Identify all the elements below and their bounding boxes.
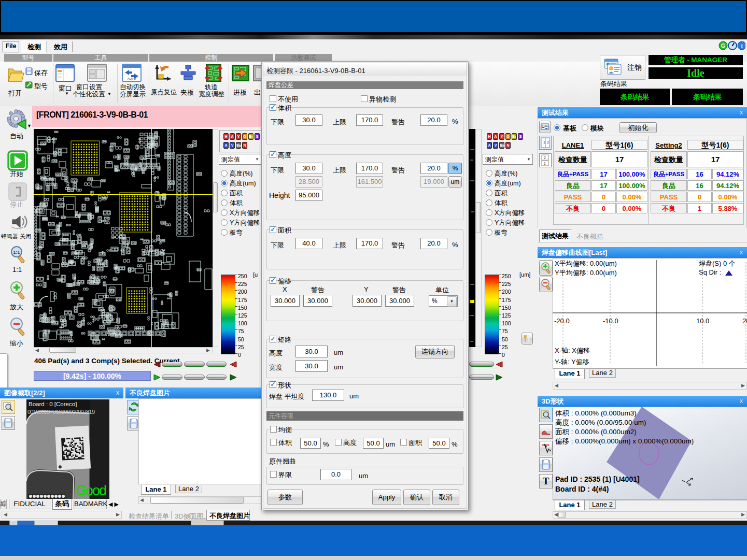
svg-text:2: 2 [544, 156, 546, 160]
svg-text:AUTO: AUTO [128, 77, 136, 80]
svg-text:Board : 0 [Coreco]: Board : 0 [Coreco] [29, 401, 77, 407]
svg-text:001606137B16099000007819: 001606137B16099000007819 [27, 409, 95, 415]
svg-text:1: 1 [544, 162, 546, 165]
svg-text:Good: Good [76, 483, 107, 498]
svg-text:THE: THE [542, 124, 548, 127]
svg-text:i: i [741, 42, 742, 49]
svg-text:2: 2 [547, 140, 549, 144]
svg-text:1: 1 [543, 140, 545, 144]
svg-text:G: G [721, 42, 726, 49]
svg-text:1:1: 1:1 [13, 250, 20, 255]
